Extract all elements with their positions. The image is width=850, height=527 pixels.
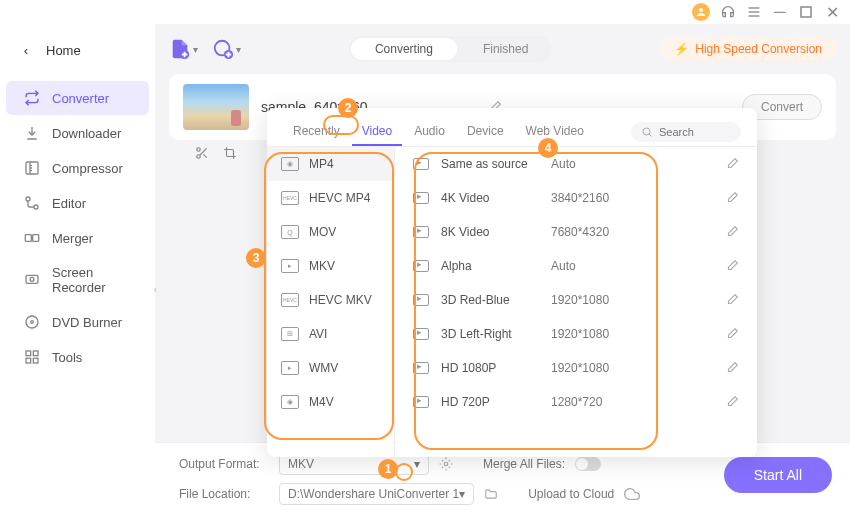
format-icon: ◉ [281, 395, 299, 409]
resolution-item[interactable]: 4K Video3840*2160 [395, 181, 757, 215]
edit-preset-icon[interactable] [725, 259, 739, 273]
sidebar-home[interactable]: ‹ Home [0, 34, 155, 66]
edit-preset-icon[interactable] [725, 327, 739, 341]
video-icon [413, 396, 429, 408]
format-item[interactable]: ⊞AVI [267, 317, 394, 351]
format-item[interactable]: HEVCHEVC MKV [267, 283, 394, 317]
edit-preset-icon[interactable] [725, 361, 739, 375]
format-item[interactable]: HEVCHEVC MP4 [267, 181, 394, 215]
upload-label: Upload to Cloud [528, 487, 614, 501]
editor-icon [24, 195, 40, 211]
file-location-select[interactable]: D:\Wondershare UniConverter 1▾ [279, 483, 474, 505]
svg-rect-10 [26, 275, 38, 283]
close-icon[interactable]: ✕ [824, 4, 840, 20]
svg-point-21 [197, 148, 201, 152]
tab-device[interactable]: Device [457, 118, 514, 146]
video-icon [413, 226, 429, 238]
video-icon [413, 362, 429, 374]
svg-rect-8 [25, 235, 31, 242]
edit-preset-icon[interactable] [725, 293, 739, 307]
segment-converting[interactable]: Converting [351, 38, 457, 60]
sidebar-item-compressor[interactable]: Compressor [6, 151, 149, 185]
sidebar-item-label: Tools [52, 350, 82, 365]
svg-rect-4 [801, 7, 811, 17]
sidebar-item-editor[interactable]: Editor [6, 186, 149, 220]
svg-rect-16 [26, 358, 31, 363]
svg-point-11 [30, 277, 34, 281]
headset-icon[interactable] [720, 4, 736, 20]
sidebar-item-dvd[interactable]: DVD Burner [6, 305, 149, 339]
resolution-item[interactable]: 3D Red-Blue1920*1080 [395, 283, 757, 317]
format-icon: ◉ [281, 157, 299, 171]
folder-icon[interactable] [484, 487, 498, 501]
add-url-button[interactable]: ▾ [212, 38, 241, 60]
video-icon [413, 294, 429, 306]
merge-label: Merge All Files: [483, 457, 565, 471]
search-icon [641, 126, 653, 138]
resolution-item[interactable]: AlphaAuto [395, 249, 757, 283]
sidebar-item-label: Downloader [52, 126, 121, 141]
sidebar-item-converter[interactable]: Converter [6, 81, 149, 115]
tab-recently[interactable]: Recently [283, 118, 350, 146]
step-badge-3: 3 [246, 248, 266, 268]
format-icon: Q [281, 225, 299, 239]
edit-preset-icon[interactable] [725, 395, 739, 409]
converter-icon [24, 90, 40, 106]
gear-icon[interactable] [439, 457, 453, 471]
resolution-item[interactable]: 3D Left-Right1920*1080 [395, 317, 757, 351]
svg-point-27 [444, 462, 448, 466]
output-format-label: Output Format: [179, 457, 269, 471]
resolution-item[interactable]: HD 1080P1920*1080 [395, 351, 757, 385]
segment-finished[interactable]: Finished [459, 36, 552, 62]
resolution-list: Same as sourceAuto 4K Video3840*2160 8K … [395, 147, 757, 457]
dvd-icon [24, 314, 40, 330]
start-all-button[interactable]: Start All [724, 457, 832, 493]
sidebar-item-label: Merger [52, 231, 93, 246]
resolution-item[interactable]: Same as sourceAuto [395, 147, 757, 181]
lightning-icon: ⚡ [674, 42, 689, 56]
sidebar-item-downloader[interactable]: Downloader [6, 116, 149, 150]
sidebar-item-tools[interactable]: Tools [6, 340, 149, 374]
step-badge-2: 2 [338, 98, 358, 118]
resolution-item[interactable]: HD 720P1280*720 [395, 385, 757, 419]
merger-icon [24, 230, 40, 246]
format-item[interactable]: ▸WMV [267, 351, 394, 385]
step-badge-4: 4 [538, 138, 558, 158]
svg-point-7 [34, 205, 38, 209]
add-file-button[interactable]: ▾ [169, 38, 198, 60]
sidebar-item-merger[interactable]: Merger [6, 221, 149, 255]
edit-preset-icon[interactable] [725, 157, 739, 171]
chevron-down-icon: ▾ [459, 487, 465, 501]
tab-video[interactable]: Video [352, 118, 402, 146]
edit-preset-icon[interactable] [725, 225, 739, 239]
format-icon: HEVC [281, 191, 299, 205]
format-icon: ▸ [281, 361, 299, 375]
step-badge-1: 1 [378, 459, 398, 479]
menu-icon[interactable] [746, 4, 762, 20]
video-thumbnail[interactable] [183, 84, 249, 130]
format-item[interactable]: QMOV [267, 215, 394, 249]
edit-preset-icon[interactable] [725, 191, 739, 205]
home-label: Home [46, 43, 81, 58]
avatar-icon[interactable] [692, 3, 710, 21]
merge-toggle[interactable] [575, 457, 601, 471]
maximize-icon[interactable] [798, 4, 814, 20]
svg-point-22 [197, 155, 201, 159]
high-speed-toggle[interactable]: ⚡ High Speed Conversion [660, 37, 836, 61]
resolution-item[interactable]: 8K Video7680*4320 [395, 215, 757, 249]
trim-icon[interactable] [195, 146, 209, 160]
format-item[interactable]: ▸MKV [267, 249, 394, 283]
crop-icon[interactable] [223, 146, 237, 160]
format-item[interactable]: ◉M4V [267, 385, 394, 419]
minimize-icon[interactable]: ─ [772, 4, 788, 20]
sidebar-item-recorder[interactable]: Screen Recorder [6, 256, 149, 304]
format-search[interactable] [631, 122, 741, 142]
search-input[interactable] [659, 126, 729, 138]
svg-point-13 [31, 321, 34, 324]
format-dropdown: Recently Video Audio Device Web Video ◉M… [267, 108, 757, 457]
cloud-icon[interactable] [624, 486, 640, 502]
sidebar-item-label: Compressor [52, 161, 123, 176]
tab-audio[interactable]: Audio [404, 118, 455, 146]
svg-rect-9 [33, 235, 39, 242]
format-item[interactable]: ◉MP4 [267, 147, 394, 181]
